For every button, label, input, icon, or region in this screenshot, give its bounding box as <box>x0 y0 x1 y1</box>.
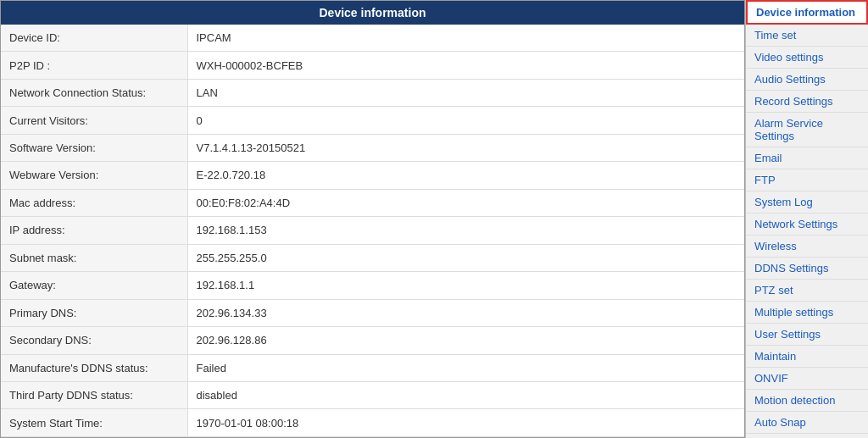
table-cell-label: Manufacture's DDNS status: <box>1 354 187 381</box>
sidebar-item-video-mask[interactable]: Video mask <box>746 434 868 438</box>
table-cell-label: Mac address: <box>1 189 187 216</box>
table-cell-value: 255.255.255.0 <box>187 244 744 271</box>
table-cell-label: Secondary DNS: <box>1 327 187 354</box>
table-cell-value: 192.168.1.153 <box>187 217 744 244</box>
sidebar-item-time-set[interactable]: Time set <box>746 25 868 47</box>
sidebar-item-video-settings[interactable]: Video settings <box>746 47 868 69</box>
table-row: Device ID:IPCAM <box>1 25 744 52</box>
sidebar-item-motion-detection[interactable]: Motion detection <box>746 390 868 412</box>
table-cell-label: Third Party DDNS status: <box>1 381 187 408</box>
table-cell-value: 202.96.128.86 <box>187 327 744 354</box>
table-cell-value: 0 <box>187 107 744 134</box>
sidebar-item-wireless[interactable]: Wireless <box>746 236 868 258</box>
table-cell-value: V7.1.4.1.13-20150521 <box>187 134 744 161</box>
table-cell-label: Primary DNS: <box>1 299 187 326</box>
table-row: System Start Time:1970-01-01 08:00:18 <box>1 409 744 437</box>
sidebar-item-ptz-set[interactable]: PTZ set <box>746 280 868 302</box>
sidebar-item-network-settings[interactable]: Network Settings <box>746 213 868 236</box>
table-cell-label: Subnet mask: <box>1 244 187 271</box>
table-cell-label: Network Connection Status: <box>1 79 187 106</box>
table-cell-label: Gateway: <box>1 272 187 299</box>
page-title: Device information <box>1 1 744 25</box>
sidebar: Device informationTime setVideo settings… <box>745 0 868 438</box>
table-cell-label: P2P ID : <box>1 52 187 79</box>
table-cell-label: Device ID: <box>1 25 187 52</box>
table-cell-value: 202.96.134.33 <box>187 299 744 326</box>
table-cell-label: Current Visitors: <box>1 107 187 134</box>
sidebar-item-user-settings[interactable]: User Settings <box>746 324 868 346</box>
sidebar-item-audio-settings[interactable]: Audio Settings <box>746 69 868 91</box>
table-cell-value: 00:E0:F8:02:A4:4D <box>187 189 744 216</box>
sidebar-item-device-information[interactable]: Device information <box>746 0 868 25</box>
sidebar-item-record-settings[interactable]: Record Settings <box>746 91 868 113</box>
table-row: Primary DNS:202.96.134.33 <box>1 299 744 326</box>
sidebar-item-alarm-service-settings[interactable]: Alarm Service Settings <box>746 113 868 147</box>
table-row: Third Party DDNS status:disabled <box>1 381 744 408</box>
table-cell-label: Webware Version: <box>1 162 187 189</box>
table-cell-label: IP address: <box>1 217 187 244</box>
table-cell-value: disabled <box>187 381 744 408</box>
sidebar-item-system-log[interactable]: System Log <box>746 191 868 213</box>
table-cell-value: WXH-000002-BCFEB <box>187 52 744 79</box>
sidebar-item-auto-snap[interactable]: Auto Snap <box>746 412 868 434</box>
table-row: Subnet mask:255.255.255.0 <box>1 244 744 271</box>
table-cell-value: Failed <box>187 354 744 381</box>
sidebar-item-ftp[interactable]: FTP <box>746 169 868 191</box>
table-cell-label: Software Version: <box>1 134 187 161</box>
main-content: Device information Device ID:IPCAMP2P ID… <box>0 0 745 438</box>
sidebar-item-ddns-settings[interactable]: DDNS Settings <box>746 258 868 280</box>
table-row: Mac address:00:E0:F8:02:A4:4D <box>1 189 744 216</box>
sidebar-item-multiple-settings[interactable]: Multiple settings <box>746 302 868 324</box>
table-row: Network Connection Status:LAN <box>1 79 744 106</box>
table-row: P2P ID :WXH-000002-BCFEB <box>1 52 744 79</box>
table-cell-value: E-22.0.720.18 <box>187 162 744 189</box>
table-row: Current Visitors:0 <box>1 107 744 134</box>
sidebar-item-onvif[interactable]: ONVIF <box>746 368 868 390</box>
table-row: Secondary DNS:202.96.128.86 <box>1 327 744 354</box>
table-row: IP address:192.168.1.153 <box>1 217 744 244</box>
info-table: Device ID:IPCAMP2P ID :WXH-000002-BCFEBN… <box>1 25 744 437</box>
table-cell-value: LAN <box>187 79 744 106</box>
table-row: Manufacture's DDNS status:Failed <box>1 354 744 381</box>
sidebar-item-email[interactable]: Email <box>746 147 868 169</box>
table-row: Software Version:V7.1.4.1.13-20150521 <box>1 134 744 161</box>
table-cell-value: IPCAM <box>187 25 744 52</box>
table-cell-value: 192.168.1.1 <box>187 272 744 299</box>
table-row: Webware Version:E-22.0.720.18 <box>1 162 744 189</box>
table-cell-label: System Start Time: <box>1 409 187 437</box>
table-cell-value: 1970-01-01 08:00:18 <box>187 409 744 437</box>
table-row: Gateway:192.168.1.1 <box>1 272 744 299</box>
sidebar-item-maintain[interactable]: Maintain <box>746 346 868 368</box>
